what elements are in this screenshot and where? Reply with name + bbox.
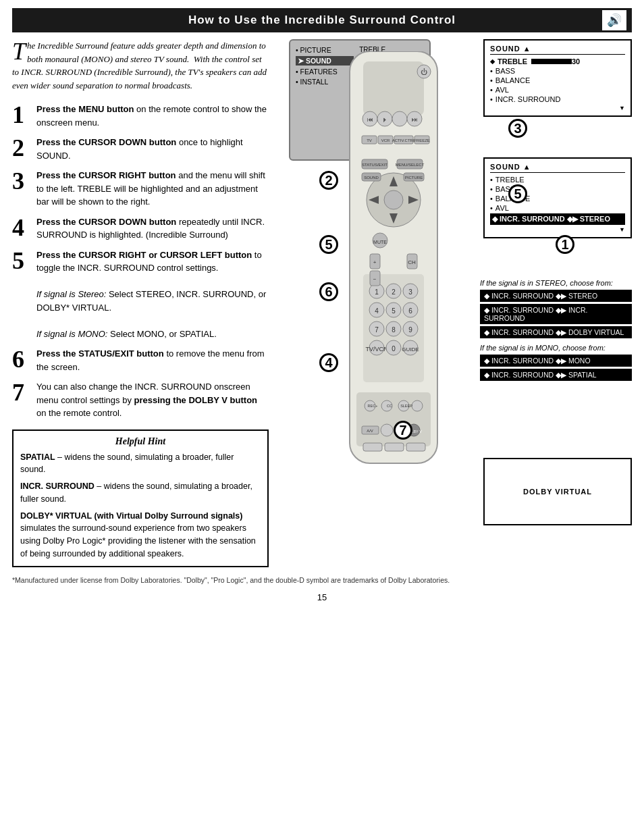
- step-3: 3 Press the CURSOR RIGHT button and the …: [12, 169, 269, 209]
- svg-point-60: [392, 111, 407, 126]
- svg-text:TV/VCR: TV/VCR: [365, 346, 388, 353]
- intro-text: The Incredible Surround feature adds gre…: [12, 39, 269, 92]
- svg-rect-35: [356, 392, 431, 446]
- step-1: 1 Press the MENU button on the remote co…: [12, 103, 269, 129]
- option-stereo-3: ◆ INCR. SURROUND ◆▶ DOLBY VIRTUAL: [480, 326, 632, 338]
- sound-panel-2-arrow: ▼: [490, 226, 625, 233]
- sp2-avl: • AVL: [490, 204, 625, 212]
- step-6-text: Press the STATUS/EXIT button to remove t…: [36, 347, 269, 373]
- hint-title: Helpful Hint: [20, 436, 261, 447]
- step-1-text: Press the MENU button on the remote cont…: [36, 103, 269, 129]
- step-badge-5b: 5: [508, 184, 527, 203]
- step-5-text: Press the CURSOR RIGHT or CURSOR LEFT bu…: [36, 249, 269, 341]
- drop-cap: T: [12, 42, 26, 61]
- svg-text:⏵: ⏵: [382, 116, 388, 123]
- steps-list: 1 Press the MENU button on the remote co…: [12, 103, 269, 420]
- step-7-text: You can also change the INCR. SURROUND o…: [36, 380, 269, 420]
- sound-panel-1-arrow: ▼: [490, 105, 625, 111]
- sound-panel-2: SOUND ▲ • TREBLE • BASS • BALANCE • AVL …: [483, 157, 632, 238]
- step-badge-2: 2: [319, 171, 338, 190]
- sound-panel-1-title: SOUND ▲: [490, 45, 625, 55]
- svg-text:0: 0: [392, 345, 396, 353]
- option-stereo-2: ◆ INCR. SURROUND ◆▶ INCR. SURROUND: [480, 304, 632, 324]
- page-header: How to Use the Incredible Surround Contr…: [12, 8, 632, 32]
- svg-text:⏻: ⏻: [421, 68, 427, 76]
- svg-text:7: 7: [375, 326, 379, 334]
- step-3-number: 3: [12, 169, 31, 193]
- step-7-number: 7: [12, 380, 31, 405]
- dolby-virtual-box: DOLBY VIRTUAL: [483, 458, 632, 525]
- options-mono-label: If the signal is in MONO, choose from:: [480, 344, 632, 352]
- step-5-number: 5: [12, 249, 31, 273]
- svg-text:GUIDE: GUIDE: [402, 346, 419, 353]
- options-stereo-area: If the signal is in STEREO, choose from:…: [480, 279, 632, 383]
- svg-text:1: 1: [375, 288, 379, 296]
- dolby-virtual-label: DOLBY VIRTUAL: [523, 488, 592, 496]
- svg-text:3: 3: [408, 288, 412, 296]
- step-badge-7: 7: [394, 421, 412, 440]
- svg-text:6: 6: [408, 307, 412, 315]
- step-badge-1: 1: [556, 235, 574, 254]
- svg-text:+: +: [373, 259, 377, 265]
- svg-text:5: 5: [392, 307, 396, 315]
- svg-text:PICTURE: PICTURE: [405, 176, 423, 180]
- step-badge-5a: 5: [319, 235, 338, 254]
- option-stereo-1: ◆ INCR. SURROUND ◆▶ STEREO: [480, 290, 632, 302]
- svg-text:MUTE: MUTE: [373, 240, 387, 244]
- svg-text:MENU/SELECT: MENU/SELECT: [396, 163, 425, 167]
- hint-spatial: SPATIAL – widens the sound, simulating a…: [20, 451, 261, 477]
- sound-item-treble: ◆ TREBLE 30: [490, 57, 625, 66]
- option-mono-1: ◆ INCR. SURROUND ◆▶ MONO: [480, 355, 632, 367]
- step-4-text: Press the CURSOR DOWN button repeatedly …: [36, 215, 269, 242]
- sound-panel-2-title: SOUND ▲: [490, 163, 625, 173]
- svg-text:CC: CC: [387, 404, 392, 408]
- svg-text:4: 4: [375, 307, 379, 315]
- svg-text:8: 8: [392, 326, 396, 334]
- svg-text:ACTIV.CTRL: ACTIV.CTRL: [392, 138, 416, 142]
- svg-text:2: 2: [392, 288, 396, 296]
- svg-text:REC+: REC+: [368, 404, 378, 408]
- svg-text:⏮: ⏮: [367, 116, 373, 123]
- step-3-text: Press the CURSOR RIGHT button and the me…: [36, 169, 269, 209]
- svg-text:TV: TV: [367, 138, 372, 142]
- page-number: 15: [0, 592, 644, 602]
- step-6-number: 6: [12, 347, 31, 371]
- svg-text:VCR: VCR: [381, 138, 390, 142]
- step-2-number: 2: [12, 136, 31, 160]
- footnote: *Manufactured under license from Dolby L…: [0, 575, 644, 586]
- sp2-treble: • TREBLE: [490, 176, 625, 184]
- svg-point-39: [412, 400, 423, 411]
- sound-item-incr: • INCR. SURROUND: [490, 95, 625, 103]
- svg-rect-1: [363, 61, 424, 115]
- sound-item-avl: • AVL: [490, 86, 625, 94]
- right-column: • PICTURE ➤ SOUND • FEATURES • INSTALL T…: [275, 39, 632, 567]
- step-4-number: 4: [12, 215, 31, 240]
- sound-icon: 🔊: [602, 10, 626, 30]
- helpful-hint-box: Helpful Hint SPATIAL – widens the sound,…: [12, 429, 269, 567]
- step-5: 5 Press the CURSOR RIGHT or CURSOR LEFT …: [12, 249, 269, 341]
- svg-text:SOUND: SOUND: [364, 176, 379, 180]
- hint-incr-surround: INCR. SURROUND – widens the sound, simul…: [20, 480, 261, 506]
- svg-text:A/V: A/V: [367, 429, 373, 433]
- remote-control: ⏻ 1 2 3: [329, 51, 458, 479]
- svg-point-73: [381, 424, 393, 436]
- step-7: 7 You can also change the INCR. SURROUND…: [12, 380, 269, 420]
- svg-text:⏭: ⏭: [412, 116, 418, 123]
- step-badge-6: 6: [319, 282, 338, 301]
- svg-text:FREEZE: FREEZE: [414, 138, 430, 142]
- svg-text:CH: CH: [408, 259, 416, 265]
- hint-dolby-virtual: DOLBY* VIRTUAL (with Virtual Dolby Surro…: [20, 510, 261, 561]
- step-4: 4 Press the CURSOR DOWN button repeatedl…: [12, 215, 269, 242]
- sound-panel-2-area: SOUND ▲ • TREBLE • BASS • BALANCE • AVL …: [483, 157, 632, 248]
- step-2-text: Press the CURSOR DOWN button once to hig…: [36, 136, 269, 162]
- svg-rect-77: [363, 443, 382, 451]
- step-2: 2 Press the CURSOR DOWN button once to h…: [12, 136, 269, 162]
- step-1-number: 1: [12, 103, 31, 127]
- left-column: The Incredible Surround feature adds gre…: [12, 39, 269, 567]
- svg-text:9: 9: [408, 326, 412, 334]
- svg-rect-78: [385, 443, 404, 451]
- remote-svg: ⏻ 1 2 3: [329, 51, 458, 477]
- step-badge-3: 3: [508, 119, 527, 138]
- svg-point-9: [384, 190, 403, 209]
- sound-item-bass: • BASS: [490, 67, 625, 75]
